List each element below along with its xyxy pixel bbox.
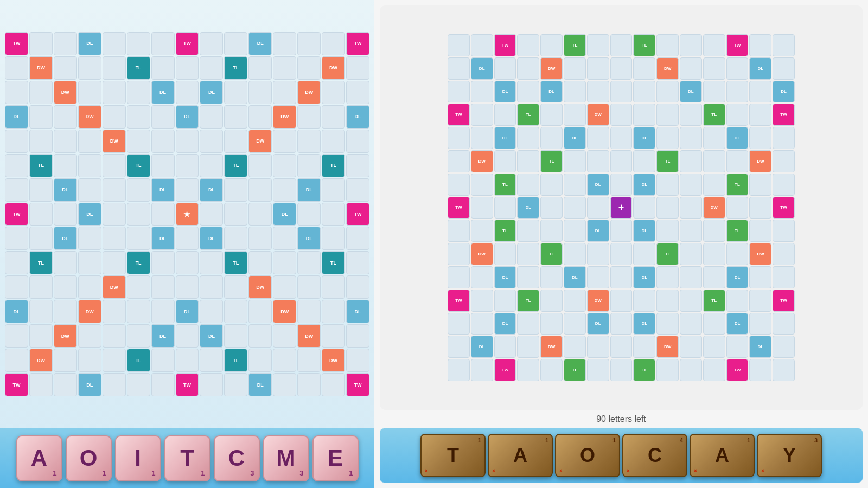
cell: DW	[273, 300, 296, 323]
tile-letter: A	[31, 447, 47, 470]
cell	[29, 178, 53, 202]
cell	[680, 150, 702, 172]
cell	[517, 81, 539, 103]
cell	[540, 359, 563, 381]
rack-tile[interactable]: O1	[66, 435, 112, 481]
cell	[587, 359, 609, 381]
cell	[494, 336, 516, 358]
cell	[224, 227, 247, 250]
tile-letter: I	[135, 447, 141, 470]
cell	[448, 34, 470, 56]
cell: TL	[540, 243, 563, 265]
cell	[680, 57, 702, 80]
cell	[680, 243, 702, 265]
cell	[773, 127, 795, 149]
cell	[656, 174, 679, 196]
cell: TW	[176, 373, 199, 396]
cell: DW	[703, 197, 725, 219]
cell	[200, 130, 223, 153]
rack-tile[interactable]: M3	[263, 435, 309, 481]
cell	[540, 34, 563, 56]
cell: TL	[703, 104, 725, 126]
cell: DW	[29, 56, 53, 80]
cell	[127, 300, 150, 323]
cell	[29, 81, 53, 104]
cell	[448, 81, 470, 103]
rack-tile[interactable]: 1O×	[555, 434, 620, 477]
cell: DL	[726, 127, 749, 149]
cell	[297, 203, 321, 226]
rack-tile[interactable]: C3	[214, 435, 260, 481]
cell	[773, 243, 795, 265]
cell: DW	[29, 349, 53, 372]
cell	[151, 154, 175, 177]
cell	[78, 349, 101, 372]
rack-tile[interactable]: E1	[312, 435, 359, 481]
cell	[749, 313, 771, 335]
cell	[703, 313, 725, 335]
rack-tile[interactable]: 3Y×	[757, 434, 822, 477]
cell	[103, 349, 126, 372]
cell	[273, 373, 296, 396]
letters-left: 90 letters left	[380, 410, 863, 428]
cell: TL	[517, 104, 539, 126]
tile-points: 1	[102, 469, 106, 477]
cell	[322, 227, 345, 250]
cell: DW	[248, 130, 272, 153]
cell	[680, 174, 702, 196]
cell: TW	[448, 197, 470, 219]
cell: TW	[176, 32, 199, 55]
cell	[656, 104, 679, 126]
cell: DL	[564, 127, 586, 149]
cell: DW	[54, 324, 77, 348]
cell: DL	[587, 174, 609, 196]
rack-tile[interactable]: T1	[164, 435, 210, 481]
cell	[78, 56, 101, 80]
cell: DW	[322, 349, 345, 372]
cell	[5, 227, 28, 250]
cell: DL	[54, 227, 77, 250]
cell	[726, 81, 749, 103]
rack-tile[interactable]: 1A×	[690, 434, 755, 477]
cell	[471, 34, 493, 56]
cell	[703, 336, 725, 358]
cell	[297, 349, 321, 372]
cell	[494, 57, 516, 80]
cell: TW	[773, 197, 795, 219]
cell: TW	[494, 34, 516, 56]
rack-tile[interactable]: A1	[16, 435, 62, 481]
cell	[680, 197, 702, 219]
cell	[773, 266, 795, 288]
cell: DL	[78, 32, 101, 55]
cell	[322, 203, 345, 226]
cell: TW	[5, 373, 28, 396]
cell	[5, 349, 28, 372]
cell: TL	[127, 154, 150, 177]
cell	[587, 150, 609, 172]
cell	[703, 127, 725, 149]
cell	[703, 57, 725, 80]
cell	[346, 56, 369, 80]
cell	[564, 81, 586, 103]
cell	[273, 349, 296, 372]
cell	[680, 266, 702, 288]
tile-mult: ×	[492, 468, 495, 474]
cell	[5, 275, 28, 299]
cell	[726, 336, 749, 358]
right-board-container: TWTLTLTWDLDWDWDLDLDLDLDLTWTLDWTLTWDLDLDL…	[380, 5, 863, 410]
rack-tile[interactable]: I1	[115, 435, 161, 481]
rack-tile[interactable]: 1T×	[420, 434, 486, 477]
cell	[448, 127, 470, 149]
cell: DW	[78, 105, 101, 129]
cell	[656, 127, 679, 149]
cell	[103, 203, 126, 226]
cell	[346, 324, 369, 348]
tile-mult: ×	[627, 468, 630, 474]
rack-tile[interactable]: 4C×	[622, 434, 687, 477]
cell	[471, 290, 493, 312]
cell	[322, 178, 345, 202]
rack-tile[interactable]: 1A×	[488, 434, 553, 477]
cell: TL	[564, 34, 586, 56]
cell	[703, 81, 725, 103]
cell	[224, 275, 247, 299]
